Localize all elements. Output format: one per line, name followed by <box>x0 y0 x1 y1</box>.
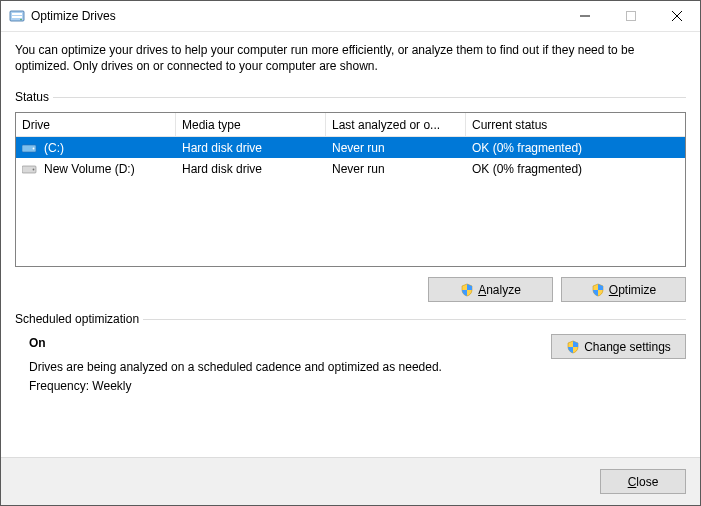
close-dialog-button[interactable]: CCloselose <box>600 469 686 494</box>
col-drive[interactable]: Drive <box>16 113 176 136</box>
drive-status: OK (0% fragmented) <box>466 162 685 176</box>
sched-freq: Frequency: Weekly <box>29 377 541 396</box>
drive-name: New Volume (D:) <box>44 162 135 176</box>
optimize-label: OOptimizeptimize <box>609 283 656 297</box>
minimize-button[interactable] <box>562 1 608 31</box>
sched-label-text: Scheduled optimization <box>15 312 139 326</box>
sched-section-label: Scheduled optimization <box>15 312 686 326</box>
drive-row[interactable]: New Volume (D:) Hard disk drive Never ru… <box>16 158 685 179</box>
maximize-button[interactable] <box>608 1 654 31</box>
shield-icon <box>460 283 474 297</box>
change-settings-button[interactable]: Change settings <box>551 334 686 359</box>
svg-rect-4 <box>627 12 636 21</box>
drive-last: Never run <box>326 162 466 176</box>
drive-icon <box>22 163 38 175</box>
content-area: You can optimize your drives to help you… <box>1 32 700 457</box>
svg-point-8 <box>33 168 35 170</box>
status-section-label: Status <box>15 90 686 104</box>
change-settings-label: Change settings <box>584 340 671 354</box>
col-status[interactable]: Current status <box>466 113 685 136</box>
divider <box>53 97 686 98</box>
intro-text: You can optimize your drives to help you… <box>15 42 686 74</box>
svg-point-3 <box>20 19 22 21</box>
drive-list[interactable]: Drive Media type Last analyzed or o... C… <box>15 112 686 267</box>
drive-list-header: Drive Media type Last analyzed or o... C… <box>16 113 685 137</box>
drive-media: Hard disk drive <box>176 141 326 155</box>
window-title: Optimize Drives <box>31 9 116 23</box>
sched-block: On Drives are being analyzed on a schedu… <box>15 334 686 396</box>
titlebar: Optimize Drives <box>1 1 700 32</box>
drive-last: Never run <box>326 141 466 155</box>
sched-desc: Drives are being analyzed on a scheduled… <box>29 358 541 377</box>
drive-name: (C:) <box>44 141 64 155</box>
col-media[interactable]: Media type <box>176 113 326 136</box>
app-icon <box>9 8 25 24</box>
close-label: CCloselose <box>628 475 659 489</box>
analyze-label: AAnalyzenalyze <box>478 283 521 297</box>
drive-status: OK (0% fragmented) <box>466 141 685 155</box>
footer: CCloselose <box>1 457 700 505</box>
close-button[interactable] <box>654 1 700 31</box>
shield-icon <box>566 340 580 354</box>
action-buttons: AAnalyzenalyze OOptimizeptimize <box>15 277 686 302</box>
col-last[interactable]: Last analyzed or o... <box>326 113 466 136</box>
svg-rect-2 <box>12 16 22 18</box>
status-label-text: Status <box>15 90 49 104</box>
drive-media: Hard disk drive <box>176 162 326 176</box>
analyze-button[interactable]: AAnalyzenalyze <box>428 277 553 302</box>
shield-icon <box>591 283 605 297</box>
svg-point-6 <box>33 147 35 149</box>
drive-icon <box>22 142 38 154</box>
svg-rect-1 <box>12 13 22 15</box>
drive-row[interactable]: (C:) Hard disk drive Never run OK (0% fr… <box>16 137 685 158</box>
optimize-button[interactable]: OOptimizeptimize <box>561 277 686 302</box>
divider <box>143 319 686 320</box>
sched-state: On <box>29 334 541 353</box>
